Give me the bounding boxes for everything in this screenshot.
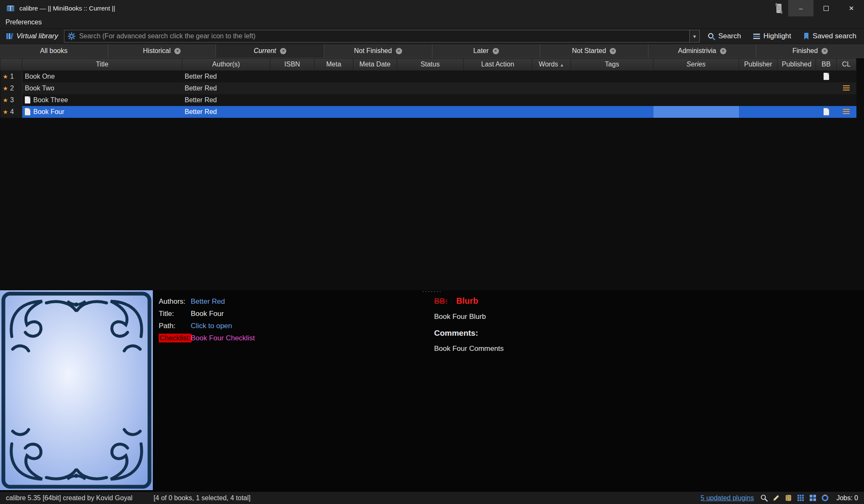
cell-tags[interactable]: [571, 94, 653, 106]
checklist-link[interactable]: Book Four Checklist: [191, 334, 434, 342]
search-history-dropdown[interactable]: ▾: [690, 30, 700, 42]
cell-last-action[interactable]: [464, 71, 532, 82]
close-button[interactable]: ✕: [839, 0, 864, 16]
col-publisher[interactable]: Publisher: [739, 58, 778, 71]
cell-authors[interactable]: Better Red: [182, 71, 270, 82]
col-bb[interactable]: BB: [816, 58, 837, 71]
tab-not-started[interactable]: Not Started ✕: [540, 44, 648, 58]
cell-tags[interactable]: [571, 106, 653, 118]
splitter-handle[interactable]: ·······: [422, 289, 442, 293]
tab-historical[interactable]: Historical ✕: [108, 44, 216, 58]
tab-close-icon[interactable]: ✕: [493, 48, 499, 54]
tab-close-icon[interactable]: ✕: [720, 48, 726, 54]
cell-cl[interactable]: [837, 82, 856, 94]
tab-close-icon[interactable]: ✕: [174, 48, 181, 54]
jobs-status[interactable]: Jobs: 0: [836, 494, 858, 502]
cell-published[interactable]: [778, 94, 816, 106]
cell-last-action[interactable]: [464, 82, 532, 94]
cell-meta[interactable]: [315, 106, 353, 118]
cell-series[interactable]: [653, 71, 739, 82]
cell-cl[interactable]: [837, 106, 856, 118]
tab-finished[interactable]: Finished ✕: [756, 44, 864, 58]
cell-meta[interactable]: [315, 94, 353, 106]
minimize-button[interactable]: –: [788, 0, 813, 16]
cell-cl[interactable]: [837, 71, 856, 82]
statusbar-cover-grid-icon[interactable]: [808, 493, 817, 502]
cell-status[interactable]: [397, 106, 464, 118]
tab-all-books[interactable]: All books: [0, 44, 108, 58]
cell-isbn[interactable]: [270, 71, 315, 82]
tab-close-icon[interactable]: ✕: [821, 48, 828, 54]
tab-close-icon[interactable]: ✕: [396, 48, 402, 54]
cell-title[interactable]: Book Four: [22, 106, 182, 118]
cell-cl[interactable]: [837, 94, 856, 106]
col-status[interactable]: Status: [397, 58, 464, 71]
tab-later[interactable]: Later ✕: [432, 44, 541, 58]
book-cover[interactable]: [0, 290, 153, 490]
virtual-library-button[interactable]: Virtual library: [3, 32, 61, 40]
cell-bb[interactable]: [816, 94, 837, 106]
cell-words[interactable]: [532, 82, 571, 94]
tab-current[interactable]: Current ✕: [216, 44, 324, 58]
cell-status[interactable]: [397, 71, 464, 82]
cell-isbn[interactable]: [270, 94, 315, 106]
cell-meta-date[interactable]: [353, 106, 397, 118]
cell-authors[interactable]: Better Red: [182, 82, 270, 94]
tab-close-icon[interactable]: ✕: [280, 48, 286, 54]
table-row[interactable]: ★1 Book One Better Red: [0, 71, 856, 82]
col-isbn[interactable]: ISBN: [270, 58, 315, 71]
cell-title[interactable]: Book Two: [22, 82, 182, 94]
tab-administrivia[interactable]: Administrivia ✕: [648, 44, 757, 58]
cell-published[interactable]: [778, 71, 816, 82]
cell-meta[interactable]: [315, 82, 353, 94]
cell-words[interactable]: [532, 71, 571, 82]
cell-bb[interactable]: [816, 106, 837, 118]
cell-isbn[interactable]: [270, 106, 315, 118]
search-button[interactable]: Search: [703, 32, 745, 40]
tab-close-icon[interactable]: ✕: [610, 48, 616, 54]
cell-last-action[interactable]: [464, 106, 532, 118]
col-title[interactable]: Title: [22, 58, 182, 71]
cell-words[interactable]: [532, 106, 571, 118]
cell-isbn[interactable]: [270, 82, 315, 94]
cell-meta-date[interactable]: [353, 82, 397, 94]
cell-words[interactable]: [532, 94, 571, 106]
table-row[interactable]: ★3 Book Three Better Red: [0, 94, 856, 106]
cell-authors[interactable]: Better Red: [182, 106, 270, 118]
cell-meta-date[interactable]: [353, 71, 397, 82]
cell-status[interactable]: [397, 94, 464, 106]
col-tags[interactable]: Tags: [571, 58, 653, 71]
cell-publisher[interactable]: [739, 82, 778, 94]
cell-title[interactable]: Book One: [22, 71, 182, 82]
menu-preferences[interactable]: Preferences: [0, 16, 47, 28]
statusbar-search-icon[interactable]: [760, 493, 768, 502]
cell-tags[interactable]: [571, 82, 653, 94]
cell-published[interactable]: [778, 82, 816, 94]
statusbar-edit-icon[interactable]: [772, 493, 781, 502]
cell-status[interactable]: [397, 82, 464, 94]
statusbar-grid-view-icon[interactable]: [796, 493, 805, 502]
cell-meta-date[interactable]: [353, 94, 397, 106]
path-link[interactable]: Click to open: [191, 321, 434, 330]
cell-title[interactable]: Book Three: [22, 94, 182, 106]
cell-series[interactable]: [653, 94, 739, 106]
col-cl[interactable]: CL: [837, 58, 856, 71]
search-input[interactable]: [79, 32, 686, 40]
cell-series[interactable]: [653, 82, 739, 94]
col-authors[interactable]: Author(s): [182, 58, 270, 71]
cell-authors[interactable]: Better Red: [182, 94, 270, 106]
maximize-button[interactable]: [813, 0, 839, 16]
statusbar-jobs-spinner-icon[interactable]: [821, 493, 829, 502]
cell-publisher[interactable]: [739, 106, 778, 118]
cell-tags[interactable]: [571, 71, 653, 82]
authors-link[interactable]: Better Red: [191, 297, 434, 306]
col-series[interactable]: Series: [653, 58, 739, 71]
statusbar-book-icon[interactable]: [784, 493, 793, 502]
col-meta-date[interactable]: Meta Date: [353, 58, 397, 71]
cell-publisher[interactable]: [739, 94, 778, 106]
table-row[interactable]: ★2 Book Two Better Red: [0, 82, 856, 94]
highlight-button[interactable]: Highlight: [749, 32, 795, 40]
table-row-selected[interactable]: ★4 Book Four Better Red: [0, 106, 856, 118]
cell-bb[interactable]: [816, 82, 837, 94]
updated-plugins-link[interactable]: 5 updated plugins: [701, 494, 754, 502]
